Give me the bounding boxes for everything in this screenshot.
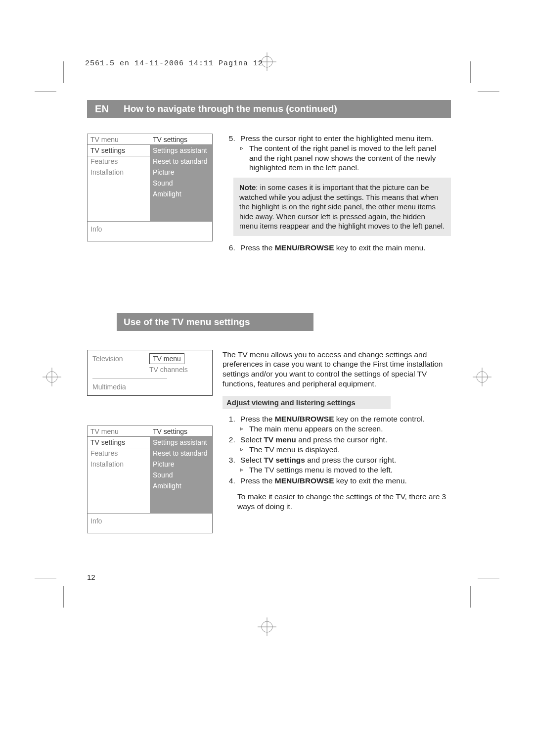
crop-mark-right [473, 368, 491, 388]
corner-mark [63, 61, 64, 83]
menu-left-item: Installation [88, 167, 150, 178]
step-5-sub: The content of the right panel is moved … [240, 143, 451, 173]
menu-info-label: Info [88, 221, 212, 241]
title-1: How to navigate through the menus (conti… [117, 100, 451, 118]
menu-right-item: Sound [150, 178, 212, 189]
tv-menu-illustration-2: TV menu TV settings Features Installatio… [87, 425, 213, 533]
menu-left-title: TV menu [88, 134, 150, 145]
corner-mark [35, 578, 56, 578]
menu-right-item: Picture [150, 167, 212, 178]
instruction-list-2: Press the MENU/BROWSE key on the remote … [222, 414, 451, 486]
menu-left-selected: TV settings [88, 145, 150, 156]
instruction-list-1: Press the cursor right to enter the high… [222, 134, 451, 173]
lang-badge: EN [87, 100, 117, 118]
step-4: Press the MENU/BROWSE key to exit the me… [237, 476, 451, 486]
menu-right-item: Settings assistant [150, 145, 212, 156]
corner-mark [35, 91, 56, 92]
step-6: Press the MENU/BROWSE key to exit the ma… [237, 243, 451, 253]
step-3: Select TV settings and press the cursor … [237, 455, 451, 475]
tv-menu-illustration-1: TV menu TV settings Features Installatio… [87, 134, 213, 241]
corner-mark [63, 586, 64, 608]
menu-right-item: Ambilight [150, 189, 212, 199]
step-1: Press the MENU/BROWSE key on the remote … [237, 414, 451, 434]
instruction-list-1b: Press the MENU/BROWSE key to exit the ma… [222, 243, 451, 253]
crop-mark-bottom [258, 617, 276, 638]
sub-heading: Adjust viewing and listering settings [222, 396, 391, 409]
step-5: Press the cursor right to enter the high… [237, 134, 451, 173]
menu-right-title: TV settings [150, 134, 212, 145]
main-menu-illustration: TelevisionTV menu TV channels Multimedia [87, 350, 213, 396]
corner-mark [470, 61, 471, 83]
corner-mark [478, 91, 499, 92]
intro-paragraph: The TV menu allows you to access and cha… [222, 350, 451, 389]
menu-left-item: Features [88, 156, 150, 167]
menu-right-item: Reset to standard [150, 156, 212, 167]
closing-paragraph: To make it easier to change the settings… [237, 492, 451, 512]
crop-mark-left [43, 368, 61, 388]
section-header-1: ENHow to navigate through the menus (con… [87, 100, 451, 118]
note-box: Note: in some cases it is important that… [233, 178, 451, 236]
corner-mark [470, 586, 471, 608]
section-header-2: Use of the TV menu settings [87, 313, 451, 331]
print-header: 2561.5 en 14-11-2006 14:11 Pagina 12 [85, 59, 263, 68]
page-number: 12 [87, 573, 95, 581]
corner-mark [478, 578, 499, 578]
title-2: Use of the TV menu settings [117, 313, 313, 331]
step-2: Select TV menu and press the cursor righ… [237, 435, 451, 455]
